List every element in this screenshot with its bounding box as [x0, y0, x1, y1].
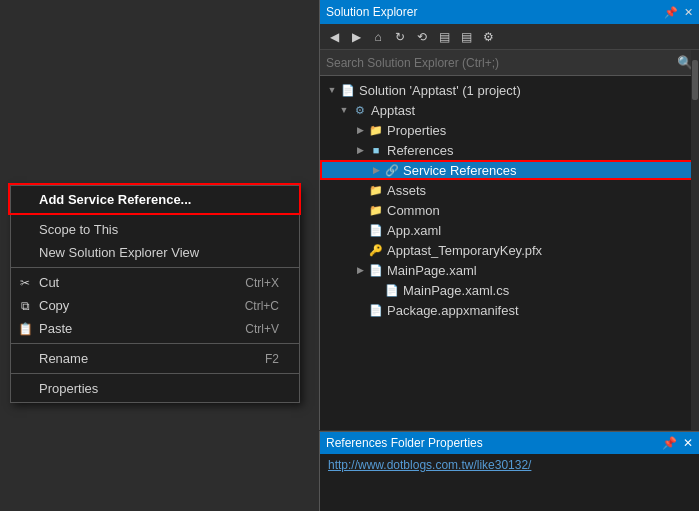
app-xaml-label: App.xaml: [387, 223, 441, 238]
properties-label: Properties: [387, 123, 446, 138]
paste-icon: 📋: [17, 321, 33, 337]
cut-icon: ✂: [17, 275, 33, 291]
collapse-button[interactable]: ▤: [434, 27, 454, 47]
bottom-titlebar: References Folder Properties 📌 ✕: [320, 432, 699, 454]
context-menu-add-service-ref[interactable]: Add Service Reference...: [11, 188, 299, 211]
expander-mainpage: ▶: [352, 265, 368, 275]
stop-button[interactable]: ⟲: [412, 27, 432, 47]
add-service-ref-label: Add Service Reference...: [39, 192, 279, 207]
bottom-close-icon[interactable]: ✕: [683, 436, 693, 450]
rename-shortcut: F2: [265, 352, 279, 366]
tree-item-mainpage[interactable]: ▶ 📄 MainPage.xaml: [320, 260, 699, 280]
home-button[interactable]: ⌂: [368, 27, 388, 47]
copy-label: Copy: [39, 298, 215, 313]
assets-icon: 📁: [368, 182, 384, 198]
solution-explorer-title: Solution Explorer: [326, 5, 417, 19]
bottom-link-text: http://www.dotblogs.com.tw/like30132/: [328, 458, 531, 472]
tempkey-label: Apptast_TemporaryKey.pfx: [387, 243, 542, 258]
forward-button[interactable]: ▶: [346, 27, 366, 47]
context-menu-new-view[interactable]: New Solution Explorer View: [11, 241, 299, 264]
settings-button[interactable]: ⚙: [478, 27, 498, 47]
scroll-thumb[interactable]: [692, 60, 698, 100]
cut-shortcut: Ctrl+X: [245, 276, 279, 290]
tree-item-references[interactable]: ▶ ■ References: [320, 140, 699, 160]
close-icon[interactable]: ✕: [684, 6, 693, 19]
context-menu-rename[interactable]: Rename F2: [11, 347, 299, 370]
expander-assets: ▶: [352, 185, 368, 195]
cut-label: Cut: [39, 275, 215, 290]
se-toolbar: ◀ ▶ ⌂ ↻ ⟲ ▤ ▤ ⚙: [320, 24, 699, 50]
tree-item-assets[interactable]: ▶ 📁 Assets: [320, 180, 699, 200]
se-search-bar[interactable]: 🔍: [320, 50, 699, 76]
bottom-title: References Folder Properties: [326, 436, 483, 450]
mainpage-icon: 📄: [368, 262, 384, 278]
separator-1: [11, 214, 299, 215]
expander-apptast: ▼: [336, 105, 352, 115]
tree-item-app-xaml[interactable]: ▶ 📄 App.xaml: [320, 220, 699, 240]
pin-icon[interactable]: 📌: [664, 6, 678, 19]
scrollbar[interactable]: [691, 50, 699, 430]
mainpage-cs-icon: 📄: [384, 282, 400, 298]
solution-icon: 📄: [340, 82, 356, 98]
search-input[interactable]: [326, 56, 677, 70]
tree-item-common[interactable]: ▶ 📁 Common: [320, 200, 699, 220]
tree-item-properties[interactable]: ▶ 📁 Properties: [320, 120, 699, 140]
tree-item-service-references[interactable]: ▶ 🔗 Service References: [320, 160, 699, 180]
copy-shortcut: Ctrl+C: [245, 299, 279, 313]
common-label: Common: [387, 203, 440, 218]
bottom-panel: References Folder Properties 📌 ✕ http://…: [319, 431, 699, 511]
mainpage-label: MainPage.xaml: [387, 263, 477, 278]
solution-explorer-titlebar: Solution Explorer 📌 ✕: [320, 0, 699, 24]
service-ref-icon: 🔗: [384, 162, 400, 178]
filter-button[interactable]: ▤: [456, 27, 476, 47]
tree-item-package[interactable]: ▶ 📄 Package.appxmanifest: [320, 300, 699, 320]
titlebar-icons: 📌 ✕: [664, 6, 693, 19]
pfx-icon: 🔑: [368, 242, 384, 258]
tree-item-solution[interactable]: ▼ 📄 Solution 'Apptast' (1 project): [320, 80, 699, 100]
apptast-icon: ⚙: [352, 102, 368, 118]
properties-folder-icon: 📁: [368, 122, 384, 138]
rename-label: Rename: [39, 351, 235, 366]
expander-solution: ▼: [324, 85, 340, 95]
expander-app-xaml: ▶: [352, 225, 368, 235]
mainpage-cs-label: MainPage.xaml.cs: [403, 283, 509, 298]
expander-properties: ▶: [352, 125, 368, 135]
separator-2: [11, 267, 299, 268]
scope-label: Scope to This: [39, 222, 279, 237]
bottom-link[interactable]: http://www.dotblogs.com.tw/like30132/: [320, 454, 699, 476]
paste-label: Paste: [39, 321, 215, 336]
context-menu-properties[interactable]: Properties: [11, 377, 299, 400]
separator-3: [11, 343, 299, 344]
properties-label: Properties: [39, 381, 279, 396]
tree-item-apptast[interactable]: ▼ ⚙ Apptast: [320, 100, 699, 120]
context-menu-scope[interactable]: Scope to This: [11, 218, 299, 241]
expander-mainpage-cs: ▶: [368, 285, 384, 295]
assets-label: Assets: [387, 183, 426, 198]
separator-4: [11, 373, 299, 374]
references-icon: ■: [368, 142, 384, 158]
new-view-label: New Solution Explorer View: [39, 245, 279, 260]
context-menu: Add Service Reference... Scope to This N…: [10, 185, 300, 403]
expander-references: ▶: [352, 145, 368, 155]
context-menu-paste[interactable]: 📋 Paste Ctrl+V: [11, 317, 299, 340]
copy-icon: ⧉: [17, 298, 33, 314]
refresh-button[interactable]: ↻: [390, 27, 410, 47]
tree-item-mainpage-cs[interactable]: ▶ 📄 MainPage.xaml.cs: [320, 280, 699, 300]
package-label: Package.appxmanifest: [387, 303, 519, 318]
solution-explorer-panel: Solution Explorer 📌 ✕ ◀ ▶ ⌂ ↻ ⟲ ▤ ▤ ⚙ 🔍 …: [319, 0, 699, 430]
back-button[interactable]: ◀: [324, 27, 344, 47]
bottom-pin-icon[interactable]: 📌: [662, 436, 677, 450]
expander-service-ref: ▶: [368, 165, 384, 175]
common-icon: 📁: [368, 202, 384, 218]
service-references-label: Service References: [403, 163, 516, 178]
tree-item-tempkey[interactable]: ▶ 🔑 Apptast_TemporaryKey.pfx: [320, 240, 699, 260]
expander-package: ▶: [352, 305, 368, 315]
context-menu-copy[interactable]: ⧉ Copy Ctrl+C: [11, 294, 299, 317]
references-label: References: [387, 143, 453, 158]
paste-shortcut: Ctrl+V: [245, 322, 279, 336]
solution-label: Solution 'Apptast' (1 project): [359, 83, 521, 98]
solution-tree: ▼ 📄 Solution 'Apptast' (1 project) ▼ ⚙ A…: [320, 76, 699, 324]
package-icon: 📄: [368, 302, 384, 318]
apptast-label: Apptast: [371, 103, 415, 118]
context-menu-cut[interactable]: ✂ Cut Ctrl+X: [11, 271, 299, 294]
